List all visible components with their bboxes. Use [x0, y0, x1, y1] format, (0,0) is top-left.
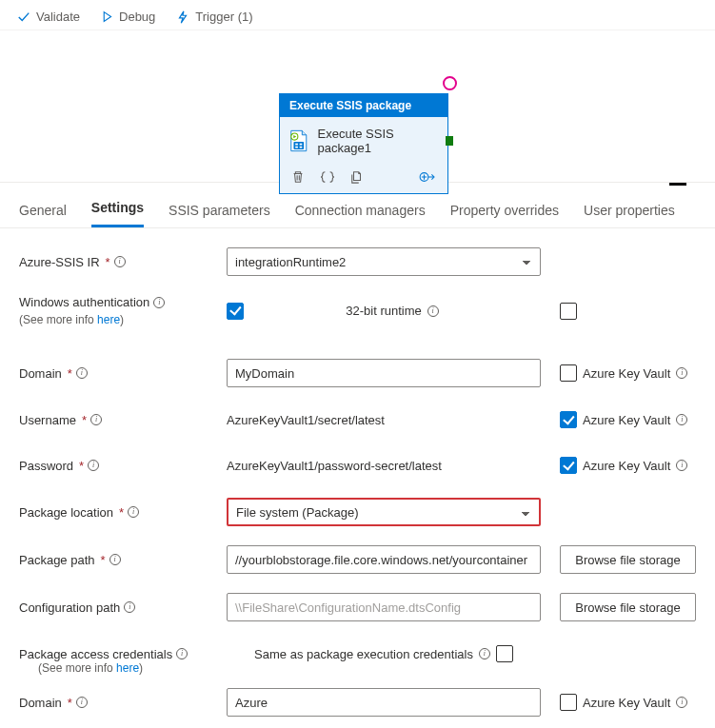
- azure-ssis-ir-select[interactable]: integrationRuntime2: [227, 247, 541, 276]
- overflow-indicator-icon: [669, 183, 686, 186]
- settings-form: Azure-SSIS IR* integrationRuntime2 Windo…: [0, 228, 715, 728]
- akv-password-checkbox[interactable]: [560, 457, 577, 474]
- windows-auth-checkbox[interactable]: [227, 303, 244, 320]
- info-icon[interactable]: [76, 697, 88, 708]
- activity-node-title: Execute SSIS package: [280, 94, 447, 117]
- akv-label: Azure Key Vault: [583, 696, 670, 710]
- info-icon[interactable]: [128, 506, 139, 518]
- akv-username-checkbox[interactable]: [560, 411, 577, 428]
- same-as-exec-label: Same as package execution credentials: [254, 647, 473, 661]
- tab-ssis-parameters[interactable]: SSIS parameters: [169, 197, 270, 227]
- info-icon[interactable]: [109, 554, 121, 565]
- info-icon[interactable]: [676, 367, 687, 379]
- expand-icon[interactable]: [419, 170, 436, 184]
- lightning-icon: [176, 10, 189, 24]
- package-access-credentials-label: Package access credentials: [19, 647, 227, 661]
- svg-rect-2: [295, 144, 298, 146]
- info-icon[interactable]: [479, 648, 490, 659]
- info-icon[interactable]: [90, 414, 102, 425]
- info-icon[interactable]: [176, 648, 188, 659]
- package-location-label: Package location*: [19, 505, 227, 520]
- debug-label: Debug: [119, 10, 155, 24]
- info-icon[interactable]: [124, 601, 135, 613]
- validate-label: Validate: [36, 10, 80, 24]
- info-icon[interactable]: [153, 297, 165, 308]
- delete-icon[interactable]: [291, 170, 305, 184]
- browse-package-path-button[interactable]: Browse file storage: [560, 545, 696, 574]
- info-icon[interactable]: [88, 460, 99, 471]
- akv-label: Azure Key Vault: [583, 413, 670, 427]
- tab-general[interactable]: General: [19, 197, 67, 227]
- see-more-link[interactable]: here: [116, 661, 139, 675]
- azure-ssis-ir-label: Azure-SSIS IR*: [19, 255, 227, 269]
- activity-node-body[interactable]: Execute SSIS package1: [280, 117, 447, 165]
- check-icon: [17, 10, 30, 24]
- windows-auth-label: Windows authentication (See more info he…: [19, 295, 227, 326]
- see-more-link[interactable]: here: [97, 313, 120, 326]
- package-path-input[interactable]: [227, 545, 541, 574]
- package-path-label: Package path*: [19, 553, 227, 567]
- info-icon[interactable]: [427, 305, 439, 317]
- akv-label: Azure Key Vault: [583, 459, 670, 473]
- braces-icon[interactable]: [320, 170, 335, 184]
- debug-button[interactable]: Debug: [101, 10, 155, 24]
- tab-property-overrides[interactable]: Property overrides: [450, 197, 559, 227]
- domain-input[interactable]: [227, 359, 541, 387]
- configuration-path-label: Configuration path: [19, 600, 227, 615]
- tab-settings[interactable]: Settings: [91, 194, 144, 227]
- info-icon[interactable]: [76, 367, 88, 379]
- package-location-select[interactable]: File system (Package): [227, 498, 541, 526]
- password-label: Password*: [19, 459, 227, 473]
- tab-bar: General Settings SSIS parameters Connect…: [0, 183, 715, 228]
- runtime-32bit-label: 32-bit runtime: [346, 304, 421, 318]
- tab-connection-managers[interactable]: Connection managers: [295, 197, 426, 227]
- akv-domain-checkbox[interactable]: [560, 364, 577, 382]
- output-handle-icon[interactable]: [446, 136, 453, 146]
- copy-icon[interactable]: [350, 170, 364, 184]
- top-toolbar: Validate Debug Trigger (1): [0, 0, 715, 30]
- play-icon: [101, 10, 113, 23]
- info-icon[interactable]: [676, 414, 687, 425]
- tab-user-properties[interactable]: User properties: [584, 197, 675, 227]
- pipeline-canvas[interactable]: Execute SSIS package Execute SSIS packag…: [0, 30, 715, 183]
- username-label: Username*: [19, 413, 227, 427]
- domain-label: Domain*: [19, 366, 227, 381]
- browse-config-path-button[interactable]: Browse file storage: [560, 593, 696, 621]
- see-more-info: (See more info here): [19, 661, 696, 675]
- akv-pac-domain-checkbox[interactable]: [560, 694, 577, 711]
- svg-rect-4: [295, 147, 298, 148]
- same-as-exec-checkbox[interactable]: [496, 645, 513, 662]
- ssis-package-icon: [289, 128, 308, 153]
- validate-button[interactable]: Validate: [17, 10, 80, 24]
- pac-domain-label: Domain*: [19, 696, 227, 710]
- info-icon[interactable]: [676, 460, 687, 471]
- pac-domain-input[interactable]: [227, 688, 541, 717]
- activity-node-name: Execute SSIS package1: [318, 127, 436, 155]
- info-icon[interactable]: [676, 697, 687, 708]
- trigger-button[interactable]: Trigger (1): [176, 10, 252, 24]
- activity-node[interactable]: Execute SSIS package Execute SSIS packag…: [279, 93, 448, 194]
- svg-rect-1: [293, 142, 304, 149]
- akv-label: Azure Key Vault: [583, 366, 670, 381]
- validation-indicator-icon: [443, 76, 457, 90]
- svg-rect-3: [300, 144, 303, 146]
- svg-rect-5: [300, 147, 303, 148]
- runtime-32bit-checkbox[interactable]: [560, 303, 577, 320]
- configuration-path-input[interactable]: [227, 593, 541, 621]
- username-value: AzureKeyVault1/secret/latest: [227, 413, 385, 427]
- info-icon[interactable]: [114, 256, 126, 267]
- password-value: AzureKeyVault1/password-secret/latest: [227, 459, 442, 473]
- trigger-label: Trigger (1): [195, 10, 252, 24]
